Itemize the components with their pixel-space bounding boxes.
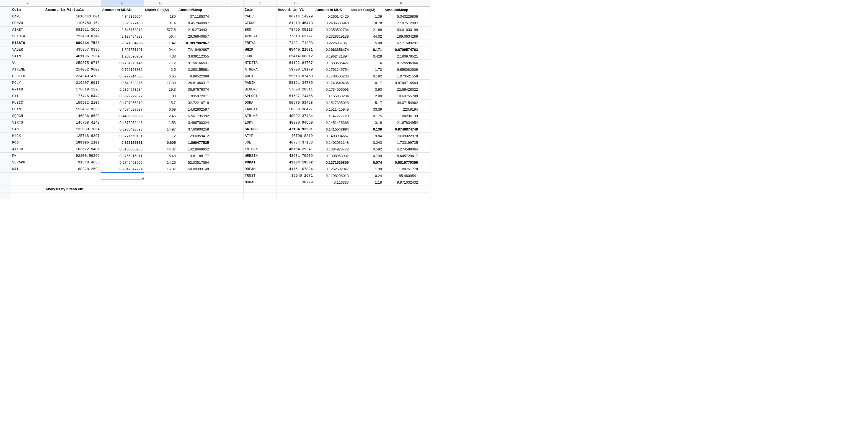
data-cell[interactable]: 712488.0742 (44, 33, 101, 40)
data-cell[interactable]: 0.592 (350, 146, 383, 152)
data-cell[interactable]: 435857.0336 (44, 46, 101, 53)
data-cell[interactable]: 41751.07824 (277, 166, 314, 173)
data-cell[interactable]: 178819.1228 (44, 86, 101, 93)
data-cell[interactable]: 44.37 (144, 146, 177, 152)
row-header[interactable] (0, 33, 11, 40)
data-cell[interactable]: 0.1415547984 (314, 126, 350, 133)
data-cell[interactable]: VADER (11, 46, 44, 53)
data-cell[interactable]: 224240.4789 (44, 73, 101, 80)
data-cell[interactable]: 1.203590209 (101, 53, 144, 60)
data-cell[interactable]: 1.73 (350, 66, 383, 73)
data-cell[interactable]: 0.1511410949 (314, 106, 350, 113)
data-cell[interactable]: 31.4 (144, 20, 177, 27)
data-cell[interactable]: 5.48 (144, 152, 177, 159)
data-cell[interactable]: 1.307571101 (101, 46, 144, 53)
data-cell[interactable]: MORAS (244, 179, 277, 186)
data-cell[interactable]: 254052.9607 (44, 66, 101, 73)
data-cell[interactable]: 216207.9917 (44, 80, 101, 86)
data-cell[interactable]: 72.19492687 (177, 46, 210, 53)
data-cell[interactable]: 21.97834954 (383, 120, 419, 126)
row-header[interactable] (0, 66, 11, 73)
data-cell[interactable]: 46796.8219 (277, 133, 314, 139)
data-cell[interactable]: 77610.63797 (277, 33, 314, 40)
data-cell[interactable]: 2.137464223 (101, 33, 144, 40)
data-cell[interactable]: 59708.19179 (277, 66, 314, 73)
data-cell[interactable]: 3.320277485 (101, 20, 144, 27)
column-header-A[interactable]: A (11, 0, 44, 7)
data-cell[interactable]: JOE (244, 139, 277, 146)
data-cell[interactable]: 39940.2671 (277, 173, 314, 179)
data-cell[interactable]: 0.1403904657 (314, 133, 350, 139)
data-cell[interactable]: 0.1402031148 (314, 139, 350, 146)
data-cell[interactable]: 58121.34785 (277, 80, 314, 86)
data-cell[interactable]: 0.147277123 (314, 113, 350, 120)
data-cell[interactable]: 3.19 (350, 120, 383, 126)
data-cell[interactable]: 0.1734006093 (314, 86, 350, 93)
data-cell[interactable]: 1.073521558 (383, 73, 419, 80)
data-cell[interactable]: 690344.7528 (44, 40, 101, 46)
data-cell[interactable]: CALLS (244, 13, 277, 20)
data-cell[interactable]: 132680.7864 (44, 126, 101, 133)
row-header[interactable] (0, 60, 11, 66)
data-cell[interactable]: 65445.21581 (277, 46, 314, 53)
data-cell[interactable]: 2.645763918 (101, 27, 144, 33)
data-cell[interactable]: SQDGN (11, 113, 44, 120)
row-header[interactable] (0, 166, 11, 173)
data-cell[interactable]: POD (11, 139, 44, 146)
data-cell[interactable]: BRO (244, 27, 277, 33)
data-cell[interactable]: 159932.2106 (44, 100, 101, 106)
data-cell[interactable]: 0.739 (350, 152, 383, 159)
data-cell[interactable]: GLUTEU (11, 73, 44, 80)
data-cell[interactable]: 48380.94559 (277, 120, 314, 126)
corner[interactable] (0, 0, 11, 7)
data-cell[interactable]: 125718.6397 (44, 133, 101, 139)
row-header[interactable] (0, 7, 11, 13)
column-header-C[interactable]: C (101, 0, 144, 7)
data-cell[interactable]: 145768.4148 (44, 120, 101, 126)
data-cell[interactable]: 49092.37434 (277, 113, 314, 120)
header-cell[interactable]: Coin (244, 7, 277, 13)
data-cell[interactable]: DEGENC (244, 86, 277, 93)
data-cell[interactable]: 177426.6442 (44, 93, 101, 100)
data-cell[interactable]: 0.1198208013 (314, 173, 350, 179)
data-cell[interactable]: CONVO (11, 20, 44, 27)
data-cell[interactable]: 0.1833685427 (314, 60, 350, 66)
data-cell[interactable]: 57800.20311 (277, 86, 314, 93)
header-cell[interactable]: Amount in Vi (277, 7, 314, 13)
row-header[interactable] (0, 40, 11, 46)
data-cell[interactable]: 5.561735392 (177, 113, 210, 120)
data-cell[interactable]: LOKY (244, 120, 277, 126)
data-cell[interactable]: 0.5322799327 (101, 93, 144, 100)
data-cell[interactable]: 0.1791245754 (314, 66, 350, 73)
data-cell[interactable]: 9.150166531 (177, 60, 210, 66)
data-cell[interactable]: 2.5 (144, 66, 177, 73)
data-cell[interactable]: 19.81188177 (177, 152, 210, 159)
data-cell[interactable]: 4.274588064 (383, 146, 419, 152)
data-cell[interactable]: 0.192 (350, 73, 383, 80)
data-cell[interactable]: PUPAI (244, 159, 277, 166)
column-header-J[interactable]: J (350, 0, 383, 7)
row-header[interactable] (0, 86, 11, 93)
data-cell[interactable]: 51687.74465 (277, 93, 314, 100)
data-cell[interactable]: 0.2649847794 (101, 166, 144, 173)
data-cell[interactable]: 2.45 (144, 113, 177, 120)
data-cell[interactable]: 22.66428022 (383, 86, 419, 93)
data-cell[interactable]: SAM (11, 126, 44, 133)
data-cell[interactable]: 14.97 (144, 126, 177, 133)
column-header-H[interactable]: H (277, 0, 314, 7)
data-cell[interactable]: PANIK (244, 80, 277, 86)
spreadsheet-grid[interactable]: ABCDEFGHIJKCoinAmount in VirtualsAmount … (0, 0, 868, 199)
data-cell[interactable]: 577.5 (144, 27, 177, 33)
header-cell[interactable] (210, 7, 244, 13)
data-cell[interactable]: 11.2 (144, 133, 177, 139)
data-cell[interactable]: MUSIC (11, 100, 44, 106)
data-cell[interactable]: 0.7781279145 (101, 60, 144, 66)
data-cell[interactable]: 26.81060317 (177, 80, 210, 86)
data-cell[interactable]: 94.4 (144, 46, 177, 53)
data-cell[interactable]: 65414.06312 (277, 53, 314, 60)
data-cell[interactable]: AIYP (244, 133, 277, 139)
data-cell[interactable]: 5.343226806 (383, 13, 419, 20)
data-cell[interactable]: 4.38 (144, 53, 177, 60)
row-header[interactable] (0, 133, 11, 139)
data-cell[interactable]: 0.648623975 (101, 80, 144, 86)
